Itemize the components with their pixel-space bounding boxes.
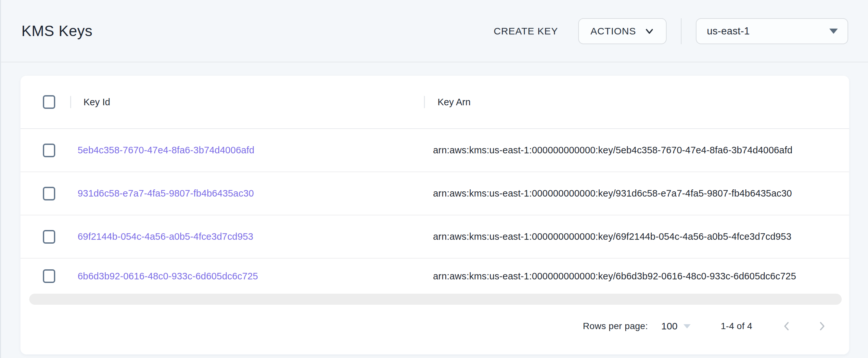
column-separator[interactable]	[424, 96, 425, 108]
page-header: KMS Keys CREATE KEY ACTIONS us-east-1	[0, 0, 868, 62]
key-id-link[interactable]: 6b6d3b92-0616-48c0-933c-6d605dc6c725	[78, 271, 258, 281]
key-id-cell: 5eb4c358-7670-47e4-8fa6-3b74d4006afd	[78, 145, 424, 156]
chevron-right-icon	[816, 320, 828, 332]
table-row: 5eb4c358-7670-47e4-8fa6-3b74d4006afd arn…	[21, 129, 849, 172]
key-arn-cell: arn:aws:kms:us-east-1:000000000000:key/6…	[424, 271, 849, 282]
select-all-cell	[21, 95, 78, 109]
table-row: 931d6c58-e7a7-4fa5-9807-fb4b6435ac30 arn…	[21, 172, 849, 215]
row-checkbox[interactable]	[43, 269, 55, 283]
kms-keys-table-card: Key Id Key Arn 5eb4c358-7670-47e4-8fa6-3…	[21, 76, 849, 354]
row-checkbox-cell	[21, 187, 78, 201]
rows-per-page-select[interactable]: 100	[661, 321, 691, 332]
actions-button-label: ACTIONS	[591, 26, 636, 37]
row-checkbox[interactable]	[43, 144, 55, 157]
key-arn-cell: arn:aws:kms:us-east-1:000000000000:key/5…	[424, 145, 849, 156]
rows-per-page-value: 100	[661, 321, 678, 332]
table-row: 6b6d3b92-0616-48c0-933c-6d605dc6c725 arn…	[21, 259, 849, 294]
key-arn-cell: arn:aws:kms:us-east-1:000000000000:key/9…	[424, 188, 849, 199]
page-title: KMS Keys	[22, 22, 93, 40]
select-all-checkbox[interactable]	[43, 95, 55, 109]
key-id-cell: 931d6c58-e7a7-4fa5-9807-fb4b6435ac30	[78, 188, 424, 199]
column-header-key-id[interactable]: Key Id	[78, 97, 424, 108]
previous-page-button[interactable]	[781, 320, 793, 332]
table-row: 69f2144b-054c-4a56-a0b5-4fce3d7cd953 arn…	[21, 215, 849, 259]
chevron-left-icon	[781, 320, 793, 332]
key-id-link[interactable]: 931d6c58-e7a7-4fa5-9807-fb4b6435ac30	[78, 188, 254, 199]
key-id-link[interactable]: 69f2144b-054c-4a56-a0b5-4fce3d7cd953	[78, 231, 253, 242]
row-checkbox-cell	[21, 230, 78, 244]
region-select[interactable]: us-east-1	[696, 18, 848, 44]
toolbar-divider	[681, 18, 682, 44]
table-header-row: Key Id Key Arn	[21, 76, 849, 129]
key-id-cell: 6b6d3b92-0616-48c0-933c-6d605dc6c725	[78, 271, 424, 282]
key-id-cell: 69f2144b-054c-4a56-a0b5-4fce3d7cd953	[78, 231, 424, 242]
dropdown-arrow-icon	[829, 29, 838, 34]
column-header-key-arn[interactable]: Key Arn	[424, 97, 849, 108]
pagination-range-label: 1-4 of 4	[721, 321, 752, 331]
column-header-key-id-label: Key Id	[84, 97, 110, 107]
region-select-value: us-east-1	[707, 25, 829, 37]
rows-per-page-label: Rows per page:	[583, 321, 648, 331]
row-checkbox[interactable]	[43, 187, 55, 201]
horizontal-scrollbar-track	[29, 294, 842, 305]
create-key-button[interactable]: CREATE KEY	[491, 18, 561, 44]
column-separator[interactable]	[70, 96, 71, 108]
header-actions: CREATE KEY ACTIONS us-east-1	[491, 18, 848, 44]
pagination-bar: Rows per page: 100 1-4 of 4	[583, 316, 828, 336]
dropdown-arrow-icon	[683, 324, 691, 328]
row-checkbox-cell	[21, 144, 78, 157]
row-checkbox-cell	[21, 269, 78, 283]
chevron-down-icon	[645, 26, 654, 36]
key-id-link[interactable]: 5eb4c358-7670-47e4-8fa6-3b74d4006afd	[78, 145, 254, 155]
row-checkbox[interactable]	[43, 230, 55, 244]
column-header-key-arn-label: Key Arn	[438, 97, 471, 107]
horizontal-scrollbar-thumb[interactable]	[29, 294, 842, 305]
key-arn-cell: arn:aws:kms:us-east-1:000000000000:key/6…	[424, 231, 849, 242]
actions-button[interactable]: ACTIONS	[578, 18, 666, 44]
next-page-button[interactable]	[816, 320, 828, 332]
